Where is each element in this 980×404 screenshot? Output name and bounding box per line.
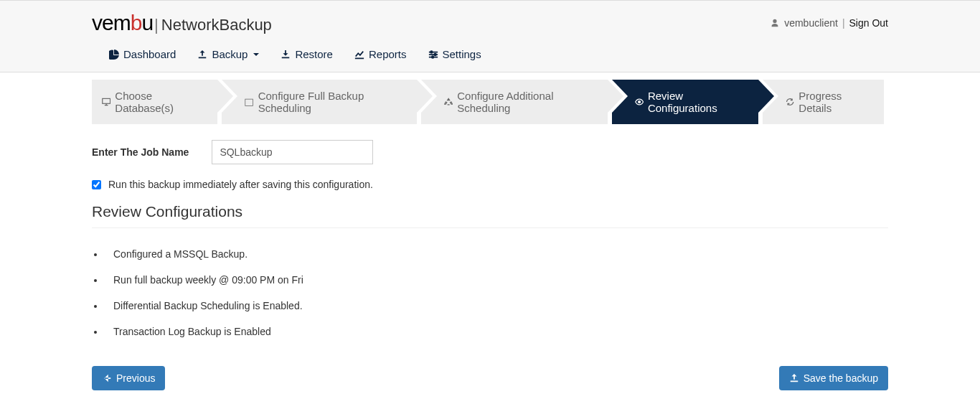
pie-chart-icon (109, 50, 119, 60)
calendar-icon (245, 97, 253, 107)
user-icon (770, 18, 780, 28)
list-item: Differential Backup Scheduling is Enable… (105, 293, 888, 319)
logo: vembu | NetworkBackup (92, 11, 272, 35)
wizard-step-full-backup[interactable]: Configure Full Backup Scheduling (222, 80, 417, 124)
job-name-label: Enter The Job Name (92, 146, 189, 158)
upload-icon (789, 373, 799, 383)
run-immediate-checkbox[interactable] (92, 180, 101, 189)
wizard-step-review[interactable]: Review Configurations (612, 80, 758, 124)
job-name-input[interactable] (212, 140, 373, 164)
chart-line-icon (354, 50, 364, 60)
svg-point-1 (434, 53, 436, 55)
list-item: Run full backup weekly @ 09:00 PM on Fri (105, 267, 888, 293)
username: vembuclient (784, 17, 838, 29)
previous-button[interactable]: Previous (92, 366, 165, 390)
save-backup-button[interactable]: Save the backup (779, 366, 888, 390)
svg-point-0 (430, 51, 433, 53)
logo-separator: | (154, 16, 159, 34)
list-item: Configured a MSSQL Backup. (105, 241, 888, 267)
nav-dashboard[interactable]: Dashboard (109, 48, 176, 60)
nav-restore[interactable]: Restore (281, 48, 333, 60)
svg-rect-4 (245, 99, 253, 105)
wizard-step-progress[interactable]: Progress Details (763, 80, 884, 124)
top-header-area: vembu | NetworkBackup vembuclient | Sign… (0, 0, 980, 72)
chevron-down-icon (253, 53, 259, 56)
review-section-title: Review Configurations (92, 203, 888, 228)
svg-point-5 (638, 100, 640, 103)
wizard-step-choose-database[interactable]: Choose Database(s) (92, 80, 217, 124)
nav-reports[interactable]: Reports (354, 48, 407, 60)
svg-rect-3 (103, 98, 110, 103)
nav-settings[interactable]: Settings (428, 48, 481, 60)
review-list: Configured a MSSQL Backup. Run full back… (92, 241, 888, 344)
eye-icon (635, 97, 644, 107)
download-icon (281, 50, 291, 60)
list-item: Transaction Log Backup is Enabled (105, 319, 888, 344)
arrow-left-icon (102, 373, 112, 383)
user-area: vembuclient | Sign Out (770, 17, 888, 29)
main-nav: Dashboard Backup Restore Reports Setting… (92, 39, 888, 72)
recycle-icon (444, 97, 453, 107)
signout-link[interactable]: Sign Out (849, 17, 888, 29)
monitor-icon (102, 97, 110, 107)
refresh-icon (786, 97, 794, 107)
logo-text-red: b (131, 11, 142, 34)
upload-icon (197, 50, 207, 60)
wizard-steps: Choose Database(s) Configure Full Backup… (92, 80, 888, 124)
wizard-step-additional-scheduling[interactable]: Configure Additional Scheduling (421, 80, 608, 124)
logo-text-suffix: u (141, 11, 153, 34)
nav-backup[interactable]: Backup (197, 48, 259, 60)
svg-point-2 (431, 56, 433, 58)
product-name: NetworkBackup (161, 16, 272, 34)
logo-text-prefix: vem (92, 11, 131, 34)
user-divider: | (842, 17, 845, 29)
run-immediate-label: Run this backup immediately after saving… (108, 179, 373, 190)
sliders-icon (428, 50, 438, 60)
